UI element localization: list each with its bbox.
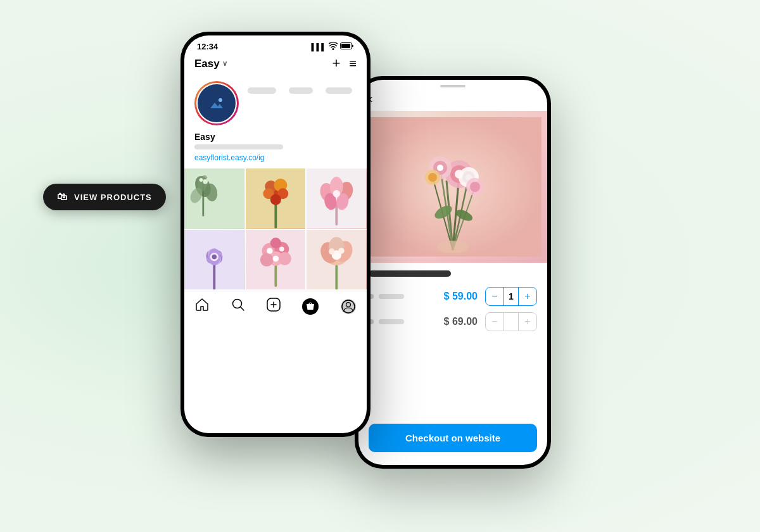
view-products-badge[interactable]: 🛍 VIEW PRODUCTS bbox=[43, 184, 166, 210]
price-value-2: $ 69.00 bbox=[444, 316, 478, 327]
menu-icon[interactable]: ≡ bbox=[349, 56, 357, 71]
price-left-1 bbox=[369, 294, 404, 299]
qty-number-1: 1 bbox=[504, 288, 519, 305]
price-left-2 bbox=[369, 319, 404, 324]
svg-point-12 bbox=[200, 178, 203, 182]
nav-profile-icon[interactable] bbox=[341, 299, 356, 314]
product-title-bar bbox=[369, 270, 451, 277]
product-image-area bbox=[358, 111, 547, 263]
svg-point-85 bbox=[437, 241, 469, 253]
flower-image-5 bbox=[246, 230, 306, 290]
qty-decrease-1[interactable]: − bbox=[486, 288, 504, 305]
status-icons: ▌▌▌ bbox=[312, 42, 354, 51]
nav-add-icon[interactable] bbox=[267, 298, 281, 315]
flower-image-2 bbox=[246, 168, 306, 229]
battery-icon bbox=[340, 42, 354, 51]
profile-bio-bar bbox=[194, 144, 283, 149]
price-value-1: $ 59.00 bbox=[444, 291, 478, 302]
svg-point-57 bbox=[329, 248, 334, 254]
wifi-icon bbox=[329, 42, 338, 51]
ig-header: Easy ∨ + ≡ bbox=[184, 51, 367, 76]
price-row-1: $ 59.00 − 1 + bbox=[369, 287, 537, 306]
flower-image-3 bbox=[307, 168, 367, 229]
profile-name: Easy bbox=[184, 132, 367, 142]
svg-point-29 bbox=[333, 190, 340, 197]
checkout-button[interactable]: Checkout on website bbox=[369, 424, 537, 452]
nav-home-icon[interactable] bbox=[195, 298, 209, 315]
phone1-screen: 12:34 ▌▌▌ bbox=[184, 35, 367, 433]
grid-cell-5[interactable] bbox=[246, 230, 306, 290]
nav-search-icon[interactable] bbox=[231, 298, 245, 315]
ig-photo-grid bbox=[184, 168, 367, 289]
svg-rect-1 bbox=[341, 44, 350, 48]
svg-point-84 bbox=[470, 182, 480, 192]
qty-increase-2[interactable]: + bbox=[519, 313, 536, 331]
grid-cell-6[interactable] bbox=[307, 230, 367, 290]
status-bar: 12:34 ▌▌▌ bbox=[184, 35, 367, 51]
product-detail-section: $ 59.00 − 1 + $ 69.00 − bbox=[358, 263, 547, 417]
flower-svg-6 bbox=[307, 230, 367, 290]
avatar-inner bbox=[196, 83, 237, 124]
flower-image-6 bbox=[307, 230, 367, 290]
svg-point-11 bbox=[206, 177, 210, 181]
status-time: 12:34 bbox=[197, 42, 218, 51]
ig-header-icons: + ≡ bbox=[332, 56, 357, 71]
svg-point-38 bbox=[212, 254, 217, 259]
flower-svg-1 bbox=[184, 168, 244, 229]
qty-control-2[interactable]: − + bbox=[485, 312, 537, 331]
bag-icon: 🛍 bbox=[57, 191, 68, 203]
product-flower-display bbox=[358, 111, 547, 263]
ig-profile-row bbox=[184, 76, 367, 132]
nav-shop-icon[interactable] bbox=[302, 298, 319, 315]
price-label-1 bbox=[379, 294, 404, 299]
price-label-2 bbox=[379, 319, 404, 324]
qty-increase-1[interactable]: + bbox=[519, 288, 536, 305]
stat-followers-bar bbox=[289, 87, 313, 94]
svg-rect-31 bbox=[213, 263, 215, 290]
svg-rect-63 bbox=[364, 117, 542, 256]
add-post-icon[interactable]: + bbox=[332, 56, 340, 71]
flower-svg-5 bbox=[246, 230, 306, 290]
svg-point-62 bbox=[346, 303, 350, 307]
grid-cell-4[interactable] bbox=[184, 230, 244, 290]
qty-decrease-2[interactable]: − bbox=[486, 313, 504, 331]
price-row-2: $ 69.00 − + bbox=[369, 312, 537, 331]
svg-rect-51 bbox=[336, 265, 338, 290]
svg-point-3 bbox=[218, 98, 222, 102]
chevron-down-icon: ∨ bbox=[222, 60, 227, 68]
qty-number-2 bbox=[504, 313, 519, 331]
avatar-ring[interactable] bbox=[194, 81, 239, 125]
svg-point-48 bbox=[279, 246, 284, 251]
svg-rect-40 bbox=[274, 263, 277, 287]
ig-username[interactable]: Easy ∨ bbox=[194, 58, 227, 70]
svg-point-21 bbox=[270, 194, 281, 205]
ig-username-text: Easy bbox=[194, 58, 220, 70]
flower-svg-4 bbox=[184, 230, 244, 290]
svg-point-82 bbox=[428, 173, 437, 182]
flower-svg-3 bbox=[307, 168, 367, 229]
flower-image-4 bbox=[184, 230, 244, 290]
phone2-topbar: ‹ bbox=[358, 87, 547, 111]
signal-icon: ▌▌▌ bbox=[312, 43, 326, 51]
svg-point-77 bbox=[437, 165, 443, 171]
svg-rect-14 bbox=[274, 201, 277, 229]
product-bouquet-svg bbox=[364, 117, 542, 256]
stat-posts-bar bbox=[248, 87, 276, 94]
svg-point-2 bbox=[205, 92, 228, 115]
svg-point-58 bbox=[338, 248, 344, 253]
grid-cell-1[interactable] bbox=[184, 168, 244, 229]
flower-image-1 bbox=[184, 168, 244, 229]
phone2-frame: ‹ bbox=[355, 76, 551, 469]
grid-cell-3[interactable] bbox=[307, 168, 367, 229]
svg-point-49 bbox=[272, 255, 278, 261]
grid-cell-2[interactable] bbox=[246, 168, 306, 229]
phone1-frame: 12:34 ▌▌▌ bbox=[180, 32, 370, 437]
svg-point-44 bbox=[260, 253, 273, 267]
svg-point-47 bbox=[267, 248, 272, 253]
flower-svg-2 bbox=[246, 168, 306, 229]
svg-point-45 bbox=[278, 252, 291, 265]
phone2-screen: ‹ bbox=[358, 80, 547, 465]
qty-control-1[interactable]: − 1 + bbox=[485, 287, 537, 306]
svg-point-46 bbox=[270, 238, 281, 248]
profile-link[interactable]: easyflorist.easy.co/ig bbox=[184, 151, 367, 165]
